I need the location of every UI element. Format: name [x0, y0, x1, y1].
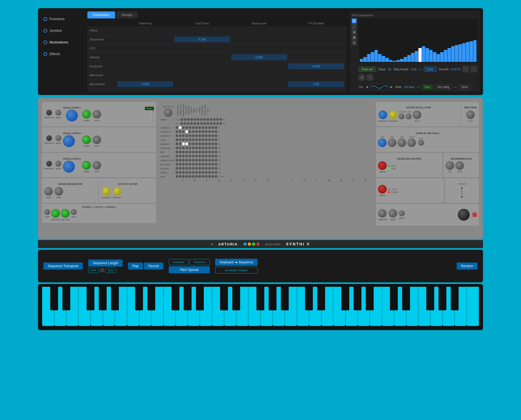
black-key[interactable]	[269, 287, 277, 310]
dot[interactable]	[216, 118, 219, 121]
black-key[interactable]	[305, 287, 313, 310]
signal-knob[interactable]	[389, 209, 397, 218]
seq-bar-11[interactable]	[400, 59, 403, 62]
dot[interactable]	[189, 163, 191, 166]
dot[interactable]	[176, 155, 178, 157]
range-up-arrow[interactable]: ▲	[460, 186, 463, 190]
noise-level-knob[interactable]	[55, 187, 63, 196]
dot[interactable]	[176, 143, 178, 145]
ring-mod-level-knob[interactable]	[466, 110, 475, 119]
dot[interactable]	[211, 163, 214, 166]
reverb-mix-knob[interactable]	[446, 161, 454, 170]
sidebar-item-modulations[interactable]: Modulations	[41, 37, 85, 47]
cell-vel-2[interactable]: 0.002	[231, 54, 287, 60]
stick-dots[interactable]	[176, 175, 217, 178]
filter-osc-freq-knob[interactable]	[379, 110, 387, 119]
dot[interactable]	[215, 151, 217, 153]
seq-bar-10[interactable]	[396, 60, 400, 62]
dot[interactable]	[187, 122, 190, 125]
filter-ch1-knob[interactable]	[102, 187, 111, 196]
dot[interactable]	[210, 118, 212, 121]
dot[interactable]	[184, 118, 186, 121]
dot[interactable]	[215, 159, 217, 162]
dot[interactable]	[195, 155, 198, 157]
seq-bar-6[interactable]	[382, 56, 385, 62]
dot[interactable]	[208, 163, 211, 166]
reverb-level-knob[interactable]	[455, 161, 464, 170]
main-volume-knob[interactable]	[164, 108, 173, 117]
dot[interactable]	[189, 134, 191, 137]
dot[interactable]	[205, 159, 208, 162]
dot[interactable]	[202, 126, 204, 129]
dot[interactable]	[176, 147, 178, 149]
dot[interactable]	[179, 138, 182, 141]
dot[interactable]	[192, 175, 195, 178]
envelope-shaper-button[interactable]: Envelope Shaper	[215, 267, 258, 273]
dot[interactable]	[205, 134, 208, 137]
filter-osc-response-knob[interactable]	[389, 110, 398, 119]
dot[interactable]	[179, 167, 182, 170]
black-key[interactable]	[196, 287, 204, 310]
noise-dots[interactable]	[176, 138, 217, 141]
dot[interactable]	[211, 159, 214, 162]
dot[interactable]	[198, 163, 201, 166]
dot[interactable]	[192, 143, 195, 145]
lfo-sync-button[interactable]: Sync	[422, 85, 433, 89]
dot[interactable]	[200, 122, 203, 125]
dot[interactable]	[207, 122, 209, 125]
dot[interactable]	[215, 134, 217, 137]
dot[interactable]	[190, 118, 193, 121]
dot[interactable]	[205, 151, 208, 153]
group-dot-d[interactable]	[256, 242, 260, 246]
group-dot-c[interactable]	[252, 242, 255, 246]
filter-ch2-knob[interactable]	[113, 187, 122, 196]
dot[interactable]	[202, 175, 204, 178]
low-pass-knob[interactable]	[399, 113, 405, 119]
dot[interactable]	[211, 171, 214, 174]
ch-out-level1-knob[interactable]	[44, 209, 50, 215]
dot[interactable]	[215, 138, 217, 141]
seq-bar-26[interactable]	[455, 45, 458, 62]
dot[interactable]	[208, 134, 211, 137]
dot[interactable]	[193, 122, 196, 125]
sample-hold-free-knob[interactable]	[388, 138, 396, 147]
dot[interactable]	[215, 126, 217, 129]
dot[interactable]	[208, 130, 211, 133]
dot[interactable]	[215, 130, 217, 133]
osc3-freq-knob[interactable]	[63, 161, 75, 173]
dot[interactable]	[182, 134, 185, 137]
osc1-level-knob[interactable]	[93, 110, 101, 119]
dot[interactable]	[179, 130, 182, 133]
sequencer-bars[interactable]	[359, 18, 478, 63]
sidebar-item-functions[interactable]: Functions	[41, 14, 85, 24]
osc2-shape-knob[interactable]	[82, 135, 91, 144]
seq-bar-31[interactable]	[473, 40, 476, 62]
dot[interactable]	[192, 130, 195, 133]
dot[interactable]	[182, 143, 185, 145]
dot[interactable]	[195, 138, 198, 141]
seq-bar-4[interactable]	[374, 50, 378, 62]
dot[interactable]	[200, 118, 203, 121]
seq-bar-9[interactable]	[393, 61, 396, 62]
dot[interactable]	[176, 130, 178, 133]
dot[interactable]	[205, 126, 208, 129]
dot[interactable]	[215, 171, 217, 174]
dot[interactable]	[208, 171, 211, 174]
dot[interactable]	[197, 122, 199, 125]
seq-bar-2[interactable]	[367, 54, 370, 62]
dot[interactable]	[185, 147, 188, 149]
dot[interactable]	[192, 151, 195, 153]
sample-hold-level-knob[interactable]	[407, 138, 416, 147]
pitch-spread-button[interactable]: Pitch Spread	[169, 266, 210, 273]
dot[interactable]	[198, 171, 201, 174]
dot[interactable]	[215, 167, 217, 170]
sync-button-bottom[interactable]: Sync	[105, 268, 116, 273]
seq-bar-24[interactable]	[447, 48, 451, 62]
sidebar-item-joystick[interactable]: Joystick	[41, 26, 85, 35]
dot[interactable]	[205, 147, 208, 149]
dot[interactable]	[192, 147, 195, 149]
dot[interactable]	[185, 167, 188, 170]
ch-out-pan1-knob[interactable]	[51, 209, 60, 218]
dot[interactable]	[195, 126, 198, 129]
seq-bar-17[interactable]	[422, 46, 425, 62]
